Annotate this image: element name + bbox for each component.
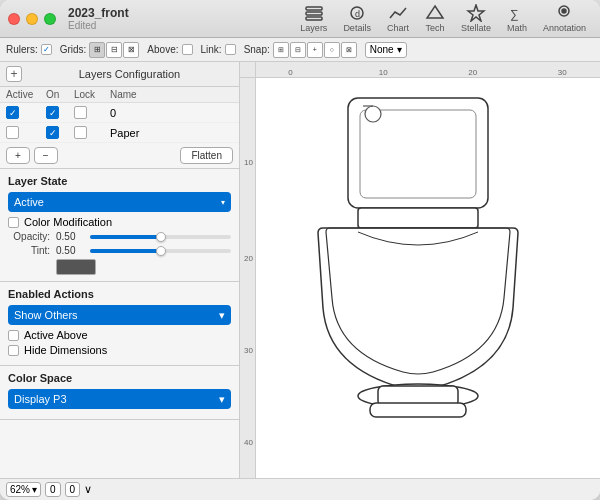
- svg-text:d: d: [355, 9, 360, 19]
- ruler-tick-20: 20: [468, 68, 477, 77]
- snap-btn-4[interactable]: ○: [324, 42, 340, 58]
- grid-btn-2[interactable]: ⊟: [106, 42, 122, 58]
- row0-on-check[interactable]: [46, 106, 59, 119]
- opacity-thumb[interactable]: [156, 232, 166, 242]
- traffic-lights: [8, 13, 56, 25]
- opacity-slider[interactable]: [90, 235, 231, 239]
- active-dropdown[interactable]: Active ▾: [8, 192, 231, 212]
- ruler-tick-30: 30: [558, 68, 567, 77]
- table-row[interactable]: Paper: [0, 123, 239, 143]
- opacity-value: 0.50: [56, 231, 84, 242]
- svg-rect-17: [370, 403, 466, 417]
- svg-point-9: [562, 9, 566, 13]
- row1-lock-check[interactable]: [74, 126, 87, 139]
- svg-rect-1: [306, 12, 322, 15]
- toolbar-icons: Layers d Details Chart: [294, 2, 592, 35]
- display-chevron-icon: ▾: [219, 393, 225, 406]
- ruler-tick-v-20: 20: [244, 254, 253, 263]
- window-title: 2023_front: [68, 6, 129, 20]
- bottom-bar: 62% ▾ 0 0 ∨: [0, 478, 600, 500]
- add-layer-btn[interactable]: +: [6, 147, 30, 164]
- layers-table-body: 0 Paper: [0, 103, 239, 143]
- col-lock: Lock: [74, 89, 110, 100]
- tab-chart[interactable]: Chart: [381, 2, 415, 35]
- snap-btn-2[interactable]: ⊟: [290, 42, 306, 58]
- minimize-button[interactable]: [26, 13, 38, 25]
- zoom-value: 62%: [10, 484, 30, 495]
- active-chevron-icon: ▾: [221, 198, 225, 207]
- ruler-tick-0: 0: [288, 68, 292, 77]
- app-window: 2023_front Edited Layers d Details: [0, 0, 600, 500]
- rulers-checkbox[interactable]: [41, 44, 52, 55]
- active-above-checkbox[interactable]: [8, 330, 19, 341]
- title-bar: 2023_front Edited Layers d Details: [0, 0, 600, 38]
- close-button[interactable]: [8, 13, 20, 25]
- display-dropdown[interactable]: Display P3 ▾: [8, 389, 231, 409]
- row1-on-check[interactable]: [46, 126, 59, 139]
- remove-layer-btn[interactable]: −: [34, 147, 58, 164]
- layer-state-section: Layer State Active ▾ Color Modification …: [0, 169, 239, 282]
- add-layer-button[interactable]: +: [6, 66, 22, 82]
- show-others-dropdown[interactable]: Show Others ▾: [8, 305, 231, 325]
- none-dropdown[interactable]: None ▾: [365, 42, 407, 58]
- layers-actions: + − Flatten: [0, 143, 239, 168]
- grid-btn-3[interactable]: ⊠: [123, 42, 139, 58]
- opacity-fill: [90, 235, 161, 239]
- tab-details[interactable]: d Details: [337, 2, 377, 35]
- maximize-button[interactable]: [44, 13, 56, 25]
- tint-label: Tint:: [8, 245, 50, 256]
- svg-point-12: [365, 106, 381, 122]
- zoom-control[interactable]: 62% ▾: [6, 482, 41, 497]
- tab-layers[interactable]: Layers: [294, 2, 333, 35]
- flatten-button[interactable]: Flatten: [180, 147, 233, 164]
- svg-marker-6: [468, 5, 484, 21]
- rulers-label: Rulers:: [6, 44, 38, 55]
- svg-rect-2: [306, 17, 322, 20]
- color-mod-checkbox[interactable]: [8, 217, 19, 228]
- tab-stellate[interactable]: Stellate: [455, 2, 497, 35]
- active-label: Active: [14, 196, 44, 208]
- coord-x-field[interactable]: 0: [45, 482, 61, 497]
- color-mod-label: Color Modification: [24, 216, 112, 228]
- zoom-chevron-icon: ▾: [32, 484, 37, 495]
- tint-slider[interactable]: [90, 249, 231, 253]
- snap-icons: ⊞ ⊟ + ○ ⊠: [273, 42, 357, 58]
- col-active: Active: [6, 89, 46, 100]
- ruler-corner: [240, 62, 256, 78]
- coord-y-field[interactable]: 0: [65, 482, 81, 497]
- snap-btn-3[interactable]: +: [307, 42, 323, 58]
- hide-dimensions-label: Hide Dimensions: [24, 344, 107, 356]
- row0-active-check[interactable]: [6, 106, 19, 119]
- left-panel: + Layers Configuration Active On Lock Na…: [0, 62, 240, 478]
- layers-table-header: Active On Lock Name: [0, 87, 239, 103]
- window-subtitle: Edited: [68, 20, 96, 31]
- tab-tech[interactable]: Tech: [419, 2, 451, 35]
- row1-active-check[interactable]: [6, 126, 19, 139]
- snap-btn-5[interactable]: ⊠: [341, 42, 357, 58]
- link-control: Link:: [201, 44, 236, 55]
- layer-state-title: Layer State: [8, 175, 231, 187]
- above-label: Above:: [147, 44, 178, 55]
- color-swatch[interactable]: [56, 259, 96, 275]
- above-checkbox[interactable]: [182, 44, 193, 55]
- tab-math[interactable]: ∑ Math: [501, 2, 533, 35]
- row0-lock-check[interactable]: [74, 106, 87, 119]
- tab-annotation[interactable]: Annotation: [537, 2, 592, 35]
- tint-fill: [90, 249, 161, 253]
- grid-btn-1[interactable]: ⊞: [89, 42, 105, 58]
- main-content: + Layers Configuration Active On Lock Na…: [0, 62, 600, 478]
- table-row[interactable]: 0: [0, 103, 239, 123]
- snap-label: Snap:: [244, 44, 270, 55]
- snap-btn-1[interactable]: ⊞: [273, 42, 289, 58]
- ruler-tick-v-40: 40: [244, 438, 253, 447]
- hide-dimensions-checkbox[interactable]: [8, 345, 19, 356]
- enabled-actions-section: Enabled Actions Show Others ▾ Active Abo…: [0, 282, 239, 366]
- tint-thumb[interactable]: [156, 246, 166, 256]
- opacity-label: Opacity:: [8, 231, 50, 242]
- layers-config-section: + Layers Configuration Active On Lock Na…: [0, 62, 239, 169]
- opacity-row: Opacity: 0.50: [8, 231, 231, 242]
- active-above-row: Active Above: [8, 329, 231, 341]
- row0-name: 0: [110, 107, 233, 119]
- link-checkbox[interactable]: [225, 44, 236, 55]
- ruler-tick-v-10: 10: [244, 158, 253, 167]
